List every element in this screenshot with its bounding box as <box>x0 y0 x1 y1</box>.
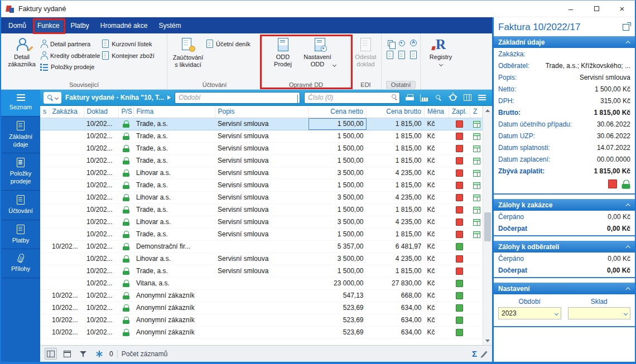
cell-status[interactable] <box>40 289 49 302</box>
cell-doklad[interactable]: 10/202... <box>84 191 118 203</box>
table-row[interactable]: 10/202...Trade, a.s.Servisní smlouva1 50… <box>40 203 483 216</box>
cell-status[interactable] <box>40 326 49 338</box>
cell-zapl[interactable] <box>449 203 470 216</box>
cell-popis[interactable]: Servisní smlouva <box>215 203 309 216</box>
cell-mena[interactable]: Kč <box>425 216 449 228</box>
cell-brutto[interactable]: 1 815,00 <box>367 142 425 154</box>
cell-netto[interactable]: 5 357,00 <box>309 240 367 253</box>
cell-netto[interactable]: 1 500,00 <box>309 179 367 191</box>
cell-netto[interactable]: 1 500,00 <box>309 265 367 277</box>
cell-mena[interactable]: Kč <box>425 289 449 302</box>
group-label-ostatni[interactable]: Ostatní <box>382 81 420 88</box>
cell-zakazka[interactable] <box>49 203 84 216</box>
cell-brutto[interactable]: 27 830,00 <box>367 277 425 289</box>
cell-ps[interactable] <box>118 216 133 228</box>
cell-brutto[interactable]: 1 815,00 <box>367 265 425 277</box>
detail-partnera-button[interactable]: Detail partnera <box>40 40 100 48</box>
sidebar-item-zakladni-udaje[interactable]: Základní údaje <box>1 117 40 154</box>
tab-platby[interactable]: Platby <box>66 17 93 33</box>
cell-zapl[interactable] <box>449 240 470 253</box>
cell-mena[interactable]: Kč <box>425 277 449 289</box>
sidebar-item-platby[interactable]: Platby <box>1 220 40 250</box>
cell-netto[interactable]: 523,69 <box>309 314 367 326</box>
cell-doklad[interactable]: 10/202... <box>84 265 118 277</box>
cell-zakazka[interactable] <box>49 277 84 289</box>
cell-brutto[interactable]: 1 815,00 <box>367 118 425 130</box>
kontejner-zbozi-button[interactable]: Kontejner zboží <box>102 51 154 60</box>
cell-netto[interactable]: 523,69 <box>309 326 367 338</box>
cell-ps[interactable] <box>118 154 133 167</box>
cell-status[interactable] <box>40 142 49 154</box>
cell-popis[interactable] <box>215 326 309 338</box>
cell-mena[interactable]: Kč <box>425 228 449 240</box>
cell-status[interactable] <box>40 253 49 265</box>
search-menu-button[interactable] <box>44 92 61 104</box>
cell-ps[interactable] <box>118 130 133 142</box>
cell-netto[interactable]: 523,69 <box>309 302 367 314</box>
cell-status[interactable] <box>40 240 49 253</box>
column-header-s[interactable]: s <box>40 106 49 118</box>
cell-popis[interactable]: Servisní smlouva <box>215 130 309 142</box>
cell-doklad[interactable]: 10/202... <box>84 253 118 265</box>
cell-ps[interactable] <box>118 314 133 326</box>
cell-mena[interactable]: Kč <box>425 253 449 265</box>
maximize-button[interactable] <box>584 1 609 17</box>
sidebar-item-polozky-prodeje[interactable]: Položky prodeje <box>1 153 40 191</box>
cell-zapl[interactable] <box>449 154 470 167</box>
cell-zapl[interactable] <box>449 289 470 302</box>
sum-icon[interactable]: Σ <box>472 350 477 358</box>
cell-doklad[interactable]: 10/202... <box>84 289 118 302</box>
cell-firma[interactable]: Trade, a.s. <box>133 203 215 216</box>
popout-icon[interactable] <box>623 24 629 31</box>
section-header[interactable]: Zálohy k odběrateli <box>494 241 635 253</box>
cell-mena[interactable]: Kč <box>425 142 449 154</box>
cell-mena[interactable]: Kč <box>425 265 449 277</box>
cell-zapl[interactable] <box>449 277 470 289</box>
cell-popis[interactable] <box>215 240 309 253</box>
cell-ps[interactable] <box>118 179 133 191</box>
cell-popis[interactable]: Servisní smlouva <box>215 167 309 179</box>
cell-firma[interactable]: Trade, a.s. <box>133 154 215 167</box>
table-row[interactable]: 10/202...Trade, a.s.Servisní smlouva1 50… <box>40 228 483 240</box>
cell-zakazka[interactable]: 10/202... <box>49 314 84 326</box>
cell-zapl[interactable] <box>449 216 470 228</box>
scroll-down-button[interactable] <box>483 336 492 345</box>
cell-brutto[interactable]: 1 815,00 <box>367 203 425 216</box>
column-header-firma[interactable]: Firma <box>133 106 215 118</box>
table-row[interactable]: 10/202...10/202...Anonymní zákazník547,1… <box>40 289 483 302</box>
cell-brutto[interactable]: 634,00 <box>367 326 425 338</box>
cell-mena[interactable]: Kč <box>425 118 449 130</box>
cell-popis[interactable]: Servisní smlouva <box>215 191 309 203</box>
cell-ps[interactable] <box>118 203 133 216</box>
cell-z[interactable] <box>470 240 483 253</box>
cell-zapl[interactable] <box>449 302 470 314</box>
cell-zakazka[interactable] <box>49 179 84 191</box>
table-row[interactable]: 10/202...Lihovar a.s.Servisní smlouva3 5… <box>40 216 483 228</box>
cell-popis[interactable]: Servisní smlouva <box>215 154 309 167</box>
sklad-combo[interactable] <box>568 307 631 319</box>
vertical-scrollbar[interactable] <box>483 106 492 345</box>
section-header[interactable]: Zálohy k zakázce <box>494 199 635 211</box>
cell-firma[interactable]: Lihovar a.s. <box>133 191 215 203</box>
cell-mena[interactable]: Kč <box>425 326 449 338</box>
cell-doklad[interactable]: 10/202... <box>84 277 118 289</box>
cell-netto[interactable]: 1 500,00 <box>309 154 367 167</box>
cell-firma[interactable]: Trade, a.s. <box>133 130 215 142</box>
table-row[interactable]: 10/202...Vitana, a.s.23 000,0027 830,00K… <box>40 277 483 289</box>
cell-z[interactable] <box>470 228 483 240</box>
cell-zakazka[interactable] <box>49 216 84 228</box>
period-dropdown-icon[interactable] <box>297 95 298 103</box>
cell-z[interactable] <box>470 314 483 326</box>
cell-brutto[interactable]: 668,00 <box>367 289 425 302</box>
registry-button[interactable]: R Registry <box>423 36 459 67</box>
print-icon[interactable] <box>404 92 415 103</box>
cell-netto[interactable]: 23 000,00 <box>309 277 367 289</box>
table-row[interactable]: 10/202...Trade, a.s.Servisní smlouva1 50… <box>40 142 483 154</box>
cell-ps[interactable] <box>118 142 133 154</box>
cell-brutto[interactable]: 634,00 <box>367 302 425 314</box>
table-row[interactable]: 10/202...10/202...Demonstrační fir...5 3… <box>40 240 483 253</box>
advanced-search-icon[interactable] <box>433 92 444 103</box>
cell-netto[interactable]: 1 500,00 <box>309 130 367 142</box>
cell-status[interactable] <box>40 314 49 326</box>
cell-zakazka[interactable] <box>49 253 84 265</box>
